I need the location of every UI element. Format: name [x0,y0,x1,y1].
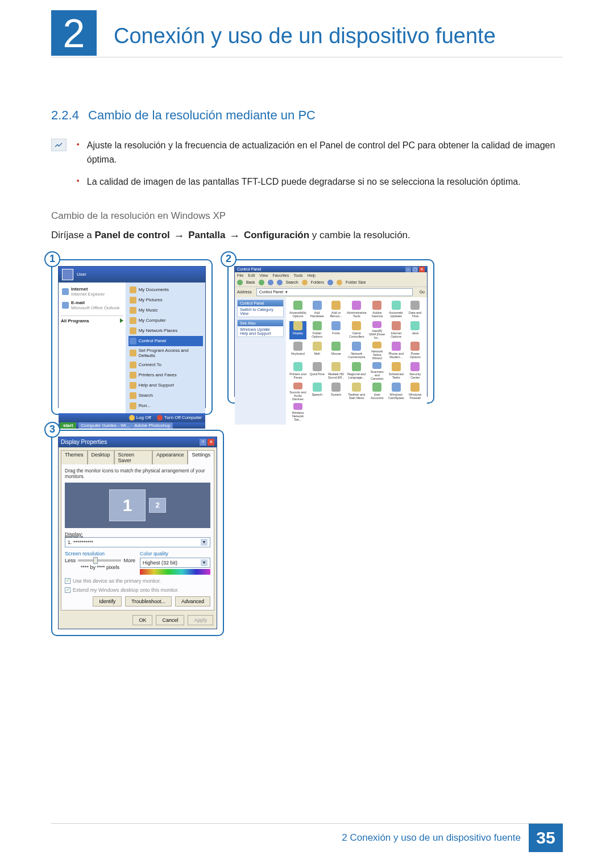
primary-monitor-checkbox[interactable]: ✓Use this device as the primary monitor. [65,578,210,584]
forward-icon[interactable] [259,280,264,285]
shutdown-button[interactable]: Turn Off Computer [157,415,202,421]
start-menu-item[interactable]: E-mailMicrosoft Office Outlook [61,298,123,312]
figure-control-panel: 2 Control Panel – ▢ ✕ FileEditViewFavori… [227,259,434,415]
display-dropdown[interactable]: 1. **********▾ [65,537,210,547]
cancel-button[interactable]: Cancel [156,615,184,625]
dialog-tab[interactable]: Desktop [88,450,114,464]
control-panel-item[interactable]: Security Center [407,362,424,380]
control-panel-item[interactable]: Regional and Language... [347,362,367,380]
all-programs-button[interactable]: All Programs [61,315,123,323]
folders-icon[interactable] [302,280,308,285]
control-panel-item[interactable]: Realtek HD Sound Eff... [327,362,345,380]
control-panel-item[interactable]: Phone and Modem... [388,342,405,360]
menu-item[interactable]: Help [308,273,316,277]
start-menu-item[interactable]: Help and Support [128,380,203,391]
see-also-link[interactable]: Help and Support [240,331,281,335]
control-panel-item[interactable]: Administrative Tools [347,301,367,319]
folder-size-icon[interactable] [337,280,342,285]
start-menu-item[interactable]: Run... [128,401,203,411]
control-panel-item[interactable]: Mail [309,342,326,360]
dialog-tab[interactable]: Themes [61,450,88,464]
menu-item[interactable]: File [237,273,243,277]
dialog-tab[interactable]: Appearance [152,450,188,464]
apply-button[interactable]: Apply [188,615,213,625]
minimize-button[interactable]: – [405,267,411,272]
control-panel-item[interactable]: Internet Options [388,321,405,339]
start-menu-item[interactable]: Connect To [128,360,203,370]
taskbar-item[interactable]: Computer Guides - Wi... [78,422,132,429]
control-panel-item[interactable]: Mouse [327,342,345,360]
close-button[interactable]: ✕ [208,439,214,446]
menu-item[interactable]: Tools [293,273,302,277]
dialog-tab[interactable]: Screen Saver [114,450,152,464]
start-menu-item[interactable]: Control Panel [128,336,203,346]
control-panel-item[interactable]: Date and Time [407,301,424,319]
monitor-2-icon[interactable]: 2 [149,498,166,513]
start-menu-item[interactable]: Search [128,391,203,401]
monitor-1-icon[interactable]: 1 [109,489,146,521]
control-panel-item[interactable]: Taskbar and Start Menu [347,383,367,401]
back-icon[interactable] [237,280,243,285]
control-panel-item[interactable]: User Accounts [369,383,386,401]
menu-item[interactable]: Favorites [272,273,289,277]
control-panel-item[interactable]: Fonts [327,321,345,339]
control-panel-item[interactable]: Scanners and Cameras [369,362,386,380]
color-quality-dropdown[interactable]: Highest (32 bit)▾ [140,558,210,568]
troubleshoot-button[interactable]: Troubleshoot... [125,596,172,607]
see-also-link[interactable]: Windows Update [240,327,281,331]
dialog-tab[interactable]: Settings [188,450,214,464]
start-menu-item[interactable]: My Pictures [128,295,203,305]
control-panel-item[interactable]: Power Options [407,342,424,360]
control-panel-item[interactable]: Display [289,321,306,339]
identify-button[interactable]: Identify [93,596,122,607]
monitor-arrangement[interactable]: 1 2 [65,483,210,528]
advanced-button[interactable]: Advanced [175,596,210,607]
control-panel-item[interactable]: Wireless Network Set... [289,403,306,421]
start-button[interactable]: start [60,422,76,429]
search-icon[interactable] [277,280,283,285]
menu-item[interactable]: View [259,273,268,277]
help-button[interactable]: ? [200,439,206,446]
logoff-button[interactable]: Log Off [129,415,151,421]
control-panel-item[interactable]: Folder Options [309,321,326,339]
menu-item[interactable]: Edit [248,273,255,277]
close-button[interactable]: ✕ [419,267,425,272]
control-panel-item[interactable]: Printers and Faxes [289,362,306,380]
control-panel-item[interactable]: Add or Remov... [327,301,345,319]
start-menu-item[interactable]: My Music [128,305,203,315]
taskbar-item[interactable]: Adobe Photoshop [132,422,173,429]
window-titlebar: Control Panel – ▢ ✕ [235,267,427,272]
control-panel-item[interactable]: System [327,383,345,401]
views-icon[interactable] [327,280,333,285]
start-menu-item[interactable]: My Documents [128,285,203,295]
resolution-slider[interactable]: Less More [65,558,135,563]
control-panel-item[interactable]: Add Hardware [309,301,326,319]
start-menu-item[interactable]: Set Program Access and Defaults [128,346,203,360]
start-menu-item[interactable]: My Network Places [128,326,203,336]
control-panel-item[interactable]: Adobe Gamma [369,301,386,319]
ok-button[interactable]: OK [132,615,152,625]
start-menu-item[interactable]: My Computer [128,315,203,326]
control-panel-item[interactable]: Sounds and Audio Devices [289,383,306,401]
address-bar[interactable]: Control Panel ▾ [256,288,413,296]
start-menu-item[interactable]: Printers and Faxes [128,370,203,380]
control-panel-item[interactable]: QuickTime [309,362,326,380]
control-panel-item[interactable]: Speech [309,383,326,401]
control-panel-item[interactable]: Keyboard [289,342,306,360]
control-panel-item[interactable]: Network Setup Wizard [369,342,386,360]
control-panel-item[interactable]: Scheduled Tasks [388,362,405,380]
control-panel-item[interactable]: Automatic Updates [388,301,405,319]
control-panel-item[interactable]: Windows CardSpace [388,383,405,401]
control-panel-item[interactable]: Game Controllers [347,321,367,339]
up-icon[interactable] [268,280,273,285]
start-menu-item[interactable]: InternetInternet Explorer [61,285,123,298]
control-panel-item[interactable]: Accessibility Options [289,301,306,319]
control-panel-item[interactable]: Windows Firewall [407,383,424,401]
control-panel-item[interactable]: Network Connections [347,342,367,360]
control-panel-item[interactable]: Java [407,321,424,339]
control-panel-item[interactable]: Intel(R) GMA Driver for... [369,321,386,339]
maximize-button[interactable]: ▢ [412,267,418,272]
extend-desktop-checkbox[interactable]: ✓Extend my Windows desktop onto this mon… [65,587,210,593]
switch-view-link[interactable]: Switch to Category View [238,306,283,317]
start-menu-left-pane: InternetInternet ExplorerE-mailMicrosoft… [59,283,126,413]
